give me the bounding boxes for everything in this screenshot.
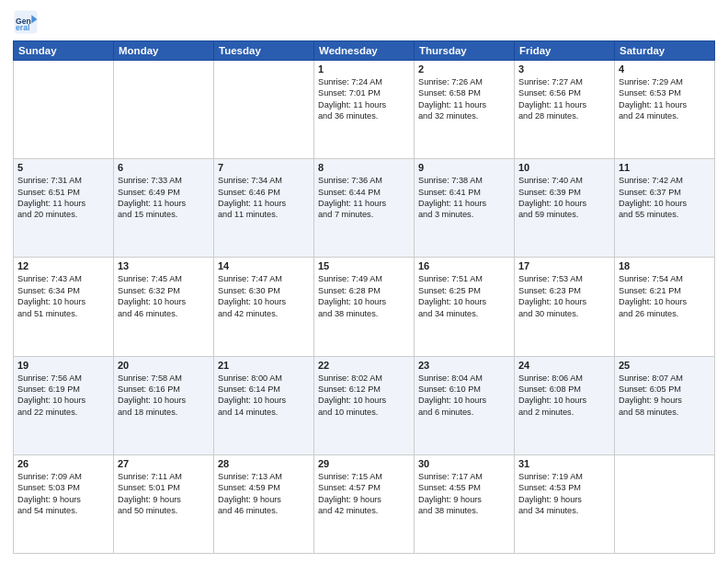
cell-line: Sunrise: 7:26 AM [418,76,510,87]
day-number: 3 [518,63,610,75]
cell-line: and 38 minutes. [318,308,410,319]
calendar-cell: 28Sunrise: 7:13 AMSunset: 4:59 PMDayligh… [214,454,314,553]
calendar-cell: 13Sunrise: 7:45 AMSunset: 6:32 PMDayligh… [114,258,214,356]
calendar-cell: 9Sunrise: 7:38 AMSunset: 6:41 PMDaylight… [415,159,515,258]
cell-line: Sunset: 6:46 PM [218,187,310,198]
day-number: 19 [17,360,109,371]
cell-line: and 3 minutes. [418,209,510,220]
day-number: 23 [418,360,510,371]
calendar-cell [14,61,114,159]
day-number: 15 [318,260,410,271]
cell-line: Daylight: 10 hours [518,395,610,406]
calendar-cell: 24Sunrise: 8:06 AMSunset: 6:08 PMDayligh… [515,356,615,454]
cell-line: Sunrise: 7:17 AM [418,471,510,482]
cell-line: Sunrise: 7:56 AM [17,373,109,384]
cell-line: Daylight: 11 hours [619,99,711,110]
cell-line: Sunrise: 7:43 AM [17,273,109,284]
day-number: 18 [619,260,711,271]
cell-line: Sunset: 6:34 PM [17,285,109,296]
cell-line: Daylight: 10 hours [17,395,109,406]
cell-line: and 10 minutes. [318,407,410,418]
cell-line: Sunset: 6:58 PM [418,87,510,98]
day-number: 14 [218,260,310,271]
day-number: 27 [118,458,210,469]
day-number: 17 [518,260,610,271]
calendar-cell: 17Sunrise: 7:53 AMSunset: 6:23 PMDayligh… [515,258,615,356]
cell-line: Sunrise: 7:47 AM [218,273,310,284]
calendar-cell: 1Sunrise: 7:24 AMSunset: 7:01 PMDaylight… [314,61,415,159]
cell-line: Sunrise: 7:58 AM [118,373,210,384]
cell-line: Sunset: 6:37 PM [619,187,711,198]
cell-line: Daylight: 10 hours [418,395,510,406]
calendar-cell: 27Sunrise: 7:11 AMSunset: 5:01 PMDayligh… [114,454,214,553]
cell-line: Sunrise: 8:04 AM [418,373,510,384]
day-number: 8 [318,162,410,173]
cell-line: and 54 minutes. [17,505,109,516]
cell-line: Sunset: 6:16 PM [118,384,210,395]
cell-line: and 58 minutes. [619,407,711,418]
calendar-cell: 14Sunrise: 7:47 AMSunset: 6:30 PMDayligh… [214,258,314,356]
cell-line: Daylight: 10 hours [518,296,610,307]
calendar-cell [214,61,314,159]
cell-line: Daylight: 10 hours [218,395,310,406]
cell-line: and 20 minutes. [17,209,109,220]
day-number: 21 [218,360,310,371]
cell-line: and 42 minutes. [218,308,310,319]
day-number: 12 [17,260,109,271]
cell-line: and 51 minutes. [17,308,109,319]
cell-line: Sunrise: 7:29 AM [619,76,711,87]
calendar-cell: 2Sunrise: 7:26 AMSunset: 6:58 PMDaylight… [415,61,515,159]
cell-line: and 26 minutes. [619,308,711,319]
day-number: 7 [218,162,310,173]
day-number: 31 [518,458,610,469]
cell-line: and 38 minutes. [418,505,510,516]
cell-line: Daylight: 11 hours [418,99,510,110]
day-number: 16 [418,260,510,271]
day-number: 22 [318,360,410,371]
cell-line: Sunrise: 7:11 AM [118,471,210,482]
cell-line: Sunrise: 7:09 AM [17,471,109,482]
cell-line: and 42 minutes. [318,505,410,516]
calendar-cell: 31Sunrise: 7:19 AMSunset: 4:53 PMDayligh… [515,454,615,553]
cell-line: and 18 minutes. [118,407,210,418]
cell-line: Daylight: 11 hours [518,99,610,110]
cell-line: Sunset: 4:53 PM [518,482,610,493]
day-number: 11 [619,162,711,173]
calendar-cell [615,454,715,553]
cell-line: Sunrise: 7:38 AM [418,175,510,186]
cell-line: Sunset: 6:25 PM [418,285,510,296]
cell-line: Daylight: 11 hours [318,198,410,209]
cell-line: Sunrise: 7:33 AM [118,175,210,186]
cell-line: Sunrise: 7:53 AM [518,273,610,284]
cell-line: Daylight: 10 hours [218,296,310,307]
weekday-thursday: Thursday [415,41,515,61]
cell-line: Sunrise: 7:40 AM [518,175,610,186]
calendar-row-2: 12Sunrise: 7:43 AMSunset: 6:34 PMDayligh… [14,258,715,356]
calendar-cell: 19Sunrise: 7:56 AMSunset: 6:19 PMDayligh… [14,356,114,454]
cell-line: Daylight: 10 hours [118,296,210,307]
cell-line: Sunset: 6:41 PM [418,187,510,198]
logo: Gen eral [13,9,42,35]
day-number: 9 [418,162,510,173]
svg-text:eral: eral [16,23,29,32]
calendar-cell: 15Sunrise: 7:49 AMSunset: 6:28 PMDayligh… [314,258,415,356]
cell-line: and 7 minutes. [318,209,410,220]
cell-line: Daylight: 11 hours [118,198,210,209]
cell-line: and 36 minutes. [318,110,410,121]
cell-line: Sunset: 6:05 PM [619,384,711,395]
cell-line: Daylight: 10 hours [619,198,711,209]
cell-line: Sunset: 6:28 PM [318,285,410,296]
cell-line: Sunrise: 8:06 AM [518,373,610,384]
cell-line: Daylight: 10 hours [518,198,610,209]
cell-line: Sunset: 6:32 PM [118,285,210,296]
cell-line: Daylight: 9 hours [318,494,410,505]
calendar-cell: 7Sunrise: 7:34 AMSunset: 6:46 PMDaylight… [214,159,314,258]
cell-line: and 46 minutes. [118,308,210,319]
day-number: 10 [518,162,610,173]
cell-line: Sunrise: 7:36 AM [318,175,410,186]
cell-line: Sunrise: 7:54 AM [619,273,711,284]
cell-line: Sunset: 6:19 PM [17,384,109,395]
cell-line: and 15 minutes. [118,209,210,220]
calendar-row-0: 1Sunrise: 7:24 AMSunset: 7:01 PMDaylight… [14,61,715,159]
cell-line: Sunset: 6:12 PM [318,384,410,395]
